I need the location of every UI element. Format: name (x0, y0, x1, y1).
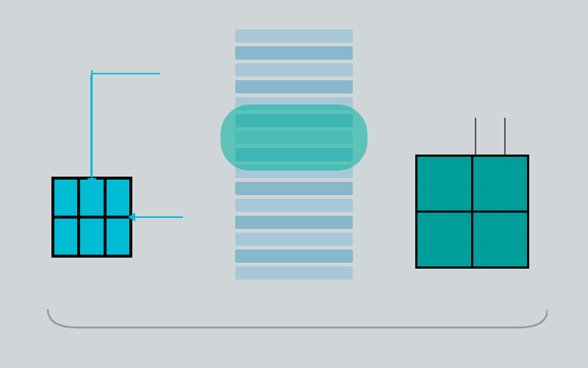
code-bar (235, 250, 353, 263)
cpu-cell (107, 180, 129, 216)
code-bar (235, 80, 353, 93)
highlight-pill (220, 105, 368, 171)
cpu-cell (107, 219, 129, 255)
cpu-arrow (135, 216, 183, 218)
label-connector-svg (88, 48, 162, 92)
cpu-cell (80, 219, 103, 255)
code-bar (235, 182, 353, 195)
code-bar (235, 266, 353, 280)
diagram-container (0, 0, 588, 368)
code-bar (235, 233, 353, 246)
intensive-arrow-2 (504, 118, 506, 158)
code-bar (235, 29, 353, 43)
intensive-arrow-1 (475, 118, 476, 158)
gpu-quadrant (417, 213, 471, 266)
gpu-quadrant (417, 157, 471, 210)
code-bar (235, 199, 353, 212)
cpu-box (51, 177, 132, 258)
bottom-brace (40, 305, 548, 331)
code-bar (235, 63, 353, 77)
cpu-cell (54, 180, 77, 216)
gpu-quadrant (473, 157, 527, 210)
code-bar (235, 216, 353, 229)
cpu-cell (80, 180, 103, 216)
code-bar (235, 46, 353, 60)
cpu-cell (54, 219, 77, 255)
gpu-quadrant (473, 213, 527, 266)
gpu-box (415, 155, 529, 269)
